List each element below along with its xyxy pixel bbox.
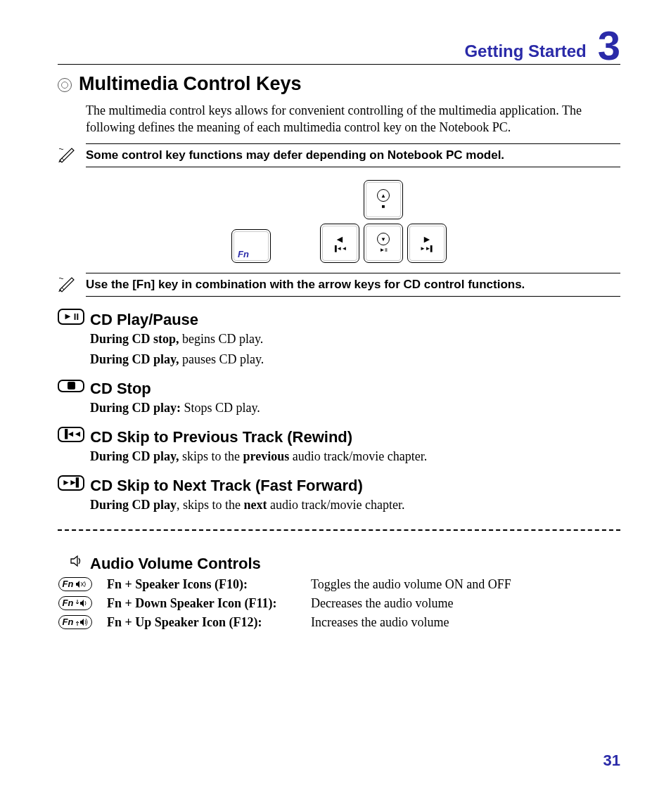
keyboard-figure: Fn ▲■ ◄▐◄◄ ▼►II ►►►▌ bbox=[58, 180, 620, 263]
intro-paragraph: The multimedia control keys allows for c… bbox=[86, 102, 620, 136]
volume-row: Fn Fn + Speaker Icons (F10): Toggles the… bbox=[58, 577, 620, 592]
item-play-pause: ►II CD Play/Pause bbox=[58, 304, 620, 330]
volume-desc: Toggles the audio volume ON and OFF bbox=[311, 577, 620, 592]
item-desc: During CD play, skips to the next audio … bbox=[90, 498, 620, 513]
note-2-text: Use the [Fn] key in combination with the… bbox=[86, 273, 620, 297]
volume-row: Fn Fn + Down Speaker Icon (F11): Decreas… bbox=[58, 596, 620, 611]
header-section: Getting Started bbox=[464, 41, 586, 64]
section-title-row: Multimedia Control Keys bbox=[58, 70, 620, 99]
page-header: Getting Started 3 bbox=[58, 22, 620, 65]
audio-section: Audio Volume Controls bbox=[68, 548, 620, 574]
item-desc: During CD stop, begins CD play. bbox=[90, 332, 620, 347]
stop-icon bbox=[58, 380, 84, 392]
volume-desc: Increases the audio volume bbox=[311, 615, 620, 630]
fn-speaker-mute-icon: Fn bbox=[58, 577, 93, 591]
left-arrow-key: ◄▐◄◄ bbox=[320, 224, 359, 263]
note-1: Some control key functions may defer dep… bbox=[58, 143, 620, 167]
up-arrow-key: ▲■ bbox=[364, 180, 403, 219]
item-stop: CD Stop bbox=[58, 373, 620, 399]
right-arrow-key: ►►►▌ bbox=[407, 224, 447, 263]
note-1-text: Some control key functions may defer dep… bbox=[86, 143, 620, 167]
item-title: CD Stop bbox=[90, 380, 151, 398]
speaker-icon bbox=[68, 554, 84, 568]
divider bbox=[58, 529, 620, 531]
fast-forward-icon: ►►▌ bbox=[58, 475, 84, 491]
play-pause-icon: ►II bbox=[58, 309, 84, 325]
header-chapter-number: 3 bbox=[598, 25, 620, 66]
item-desc: During CD play, pauses CD play. bbox=[90, 352, 620, 367]
volume-label: Fn + Up Speaker Icon (F12): bbox=[107, 615, 297, 630]
rewind-icon: ▐◄◄ bbox=[58, 427, 84, 442]
fn-speaker-down-icon: Fn bbox=[58, 596, 93, 610]
item-rewind: ▐◄◄ CD Skip to Previous Track (Rewind) bbox=[58, 421, 620, 448]
fn-key: Fn bbox=[231, 229, 271, 263]
section-title: Multimedia Control Keys bbox=[79, 73, 302, 95]
note-icon bbox=[58, 145, 76, 166]
item-desc: During CD play, skips to the previous au… bbox=[90, 449, 620, 464]
item-fast-forward: ►►▌ CD Skip to Next Track (Fast Forward) bbox=[58, 470, 620, 496]
disc-icon bbox=[58, 78, 72, 92]
item-title: CD Play/Pause bbox=[90, 311, 198, 329]
fn-speaker-up-icon: Fn bbox=[58, 615, 93, 629]
audio-title: Audio Volume Controls bbox=[90, 555, 261, 573]
volume-label: Fn + Speaker Icons (F10): bbox=[107, 577, 297, 592]
item-title: CD Skip to Next Track (Fast Forward) bbox=[90, 477, 363, 495]
note-2: Use the [Fn] key in combination with the… bbox=[58, 273, 620, 297]
page-number: 31 bbox=[603, 752, 620, 770]
note-icon bbox=[58, 274, 76, 295]
volume-row: Fn Fn + Up Speaker Icon (F12): Increases… bbox=[58, 615, 620, 630]
volume-label: Fn + Down Speaker Icon (F11): bbox=[107, 596, 297, 611]
volume-desc: Decreases the audio volume bbox=[311, 596, 620, 611]
item-title: CD Skip to Previous Track (Rewind) bbox=[90, 428, 352, 446]
down-arrow-key: ▼►II bbox=[364, 224, 403, 263]
item-desc: During CD play: Stops CD play. bbox=[90, 401, 620, 415]
